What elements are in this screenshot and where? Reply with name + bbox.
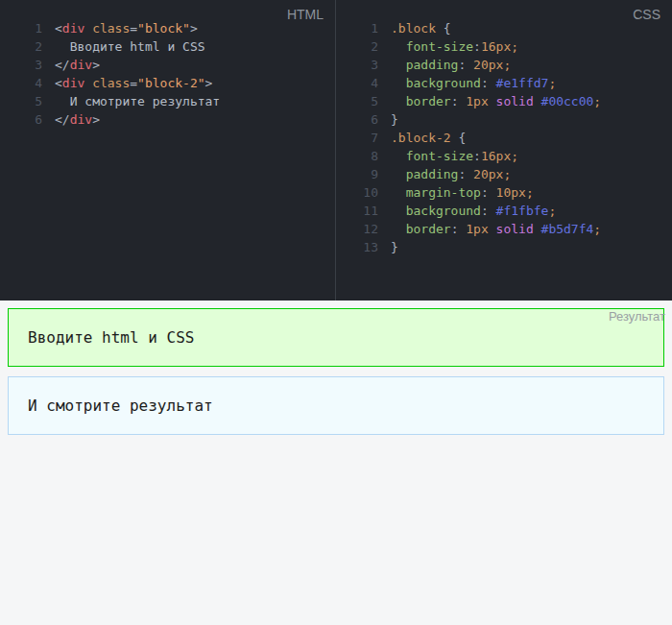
- code-token: ;: [503, 58, 511, 72]
- code-token: 1px: [466, 222, 488, 236]
- code-token: [391, 94, 406, 108]
- line-number: 4: [336, 74, 378, 92]
- code-line[interactable]: 4 background: #e1ffd7;: [336, 74, 672, 92]
- code-token: div: [70, 112, 92, 127]
- code-token: border: [406, 222, 451, 236]
- code-line[interactable]: 10 margin-top: 10px;: [336, 183, 672, 202]
- code-token: #f1fbfe: [496, 204, 549, 218]
- code-token: =: [130, 21, 137, 36]
- code-token: </: [55, 58, 70, 72]
- line-number: 13: [336, 238, 378, 256]
- code-line[interactable]: 3 padding: 20px;: [336, 56, 672, 74]
- code-editors: HTML 1<div class="block">2 Вводите html …: [0, 0, 672, 300]
- code-token: [534, 94, 541, 108]
- code-token: div: [62, 21, 84, 36]
- code-token: 1px: [466, 94, 488, 108]
- code-line[interactable]: 12 border: 1px solid #b5d7f4;: [336, 220, 672, 238]
- result-block-1: Вводите html и CSS: [8, 308, 664, 367]
- code-token: #00cc00: [541, 94, 594, 108]
- code-line[interactable]: 9 padding: 20px;: [336, 165, 672, 183]
- code-token: .block: [391, 21, 444, 36]
- line-number: 6: [336, 110, 378, 129]
- code-token: "block-2": [137, 76, 204, 90]
- code-token: [391, 58, 406, 72]
- code-token: [489, 222, 496, 236]
- line-number: 5: [0, 92, 42, 110]
- line-number: 3: [336, 56, 378, 74]
- code-token: [84, 21, 92, 36]
- code-token: :: [458, 167, 473, 181]
- code-token: 16px: [481, 39, 511, 54]
- code-token: class: [92, 21, 130, 36]
- code-line[interactable]: 1.block {: [336, 19, 672, 37]
- code-line[interactable]: 5 border: 1px solid #00cc00;: [336, 92, 672, 110]
- code-token: solid: [496, 222, 534, 236]
- html-code-editor[interactable]: 1<div class="block">2 Вводите html и CSS…: [0, 19, 335, 129]
- code-token: 10px: [496, 185, 526, 200]
- code-line[interactable]: 4<div class="block-2">: [0, 74, 335, 92]
- code-token: background: [406, 204, 481, 218]
- line-number: 2: [336, 37, 378, 56]
- css-code-editor[interactable]: 1.block {2 font-size:16px;3 padding: 20p…: [336, 19, 672, 256]
- code-token: ;: [548, 76, 556, 90]
- code-token: }: [391, 112, 398, 127]
- result-panel-label: Результат: [609, 309, 665, 324]
- code-token: И смотрите результат: [55, 94, 220, 108]
- code-token: ;: [526, 185, 534, 200]
- code-token: ;: [511, 149, 518, 163]
- line-number: 2: [0, 37, 42, 56]
- code-token: [391, 222, 406, 236]
- code-token: ;: [593, 222, 601, 236]
- code-token: [84, 76, 92, 90]
- code-token: [391, 204, 406, 218]
- line-number: 1: [0, 19, 42, 37]
- code-line[interactable]: 8 font-size:16px;: [336, 147, 672, 165]
- code-token: #b5d7f4: [541, 222, 594, 236]
- code-line[interactable]: 3</div>: [0, 56, 335, 74]
- code-token: [391, 167, 406, 181]
- line-number: 6: [0, 110, 42, 129]
- code-token: padding: [406, 58, 459, 72]
- code-token: <: [55, 21, 62, 36]
- code-token: [391, 149, 406, 163]
- code-token: border: [406, 94, 451, 108]
- code-token: ;: [503, 167, 511, 181]
- code-token: :: [451, 222, 467, 236]
- code-token: [489, 94, 496, 108]
- code-token: div: [70, 58, 92, 72]
- code-line[interactable]: 6}: [336, 110, 672, 129]
- line-number: 11: [336, 202, 378, 220]
- code-line[interactable]: 2 Вводите html и CSS: [0, 37, 335, 56]
- code-token: ;: [548, 204, 556, 218]
- code-token: font-size: [406, 149, 473, 163]
- code-token: font-size: [406, 39, 473, 54]
- code-line[interactable]: 11 background: #f1fbfe;: [336, 202, 672, 220]
- code-line[interactable]: 2 font-size:16px;: [336, 37, 672, 56]
- code-token: =: [130, 76, 137, 90]
- code-line[interactable]: 13}: [336, 238, 672, 256]
- code-token: [391, 76, 406, 90]
- code-token: margin-top: [406, 185, 481, 200]
- code-token: {: [444, 21, 451, 36]
- code-token: :: [481, 185, 496, 200]
- code-line[interactable]: 6</div>: [0, 110, 335, 129]
- code-token: :: [458, 58, 473, 72]
- code-token: :: [473, 149, 481, 163]
- line-number: 10: [336, 183, 378, 202]
- code-token: #e1ffd7: [496, 76, 549, 90]
- code-token: [534, 222, 541, 236]
- line-number: 12: [336, 220, 378, 238]
- code-token: background: [406, 76, 481, 90]
- line-number: 9: [336, 165, 378, 183]
- code-token: >: [190, 21, 198, 36]
- code-line[interactable]: 1<div class="block">: [0, 19, 335, 37]
- code-token: ;: [593, 94, 601, 108]
- code-token: >: [205, 76, 213, 90]
- css-editor-panel: CSS 1.block {2 font-size:16px;3 padding:…: [336, 0, 672, 300]
- code-token: "block": [137, 21, 190, 36]
- line-number: 3: [0, 56, 42, 74]
- code-line[interactable]: 7.block-2 {: [336, 129, 672, 147]
- line-number: 4: [0, 74, 42, 92]
- code-token: class: [92, 76, 130, 90]
- code-line[interactable]: 5 И смотрите результат: [0, 92, 335, 110]
